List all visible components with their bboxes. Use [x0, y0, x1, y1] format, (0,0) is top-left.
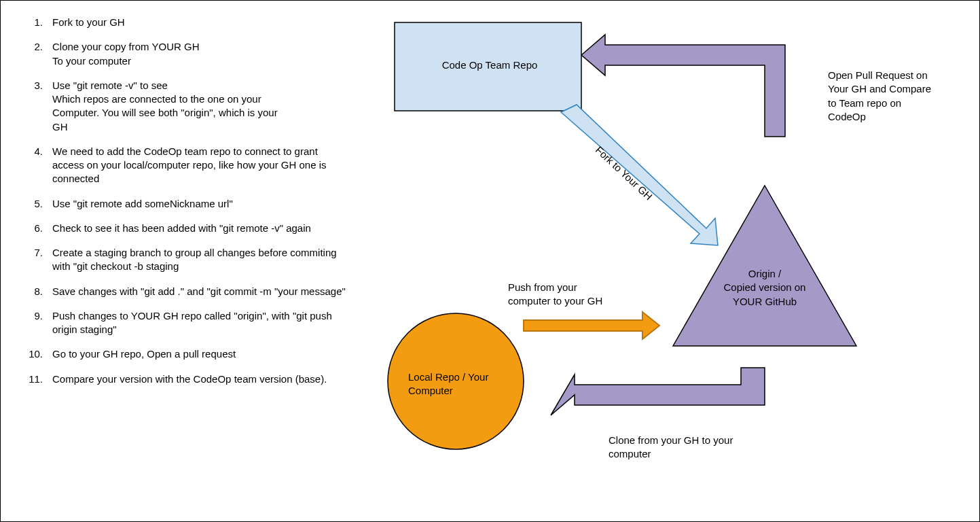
step-10: 10. Go to your GH repo, Open a pull requ…: [25, 347, 351, 361]
local-repo-label: Local Repo / Your Computer: [408, 370, 507, 398]
team-repo-label: Code Op Team Repo: [418, 58, 561, 72]
step-text: Go to your GH repo, Open a pull request: [52, 347, 351, 361]
step-number: 11.: [25, 372, 52, 386]
step-text: Create a staging branch to group all cha…: [52, 246, 351, 274]
step-number: 4.: [25, 145, 52, 186]
step-number: 9.: [25, 309, 52, 337]
step-number: 2.: [25, 40, 52, 68]
step-text: Use "git remote -v" to seeWhich repos ar…: [52, 79, 351, 134]
step-text: Save changes with "git add ." and "git c…: [52, 285, 351, 298]
step-9: 9. Push changes to YOUR GH repo called "…: [25, 309, 351, 337]
step-8: 8. Save changes with "git add ." and "gi…: [25, 285, 351, 298]
push-arrow: [524, 312, 659, 339]
step-text: Clone your copy from YOUR GHTo your comp…: [52, 40, 351, 68]
git-workflow-diagram: Code Op Team Repo Origin / Copied versio…: [378, 1, 975, 517]
step-number: 6.: [25, 222, 52, 235]
step-number: 5.: [25, 197, 52, 211]
fork-arrow: [561, 105, 718, 245]
step-number: 10.: [25, 347, 52, 361]
step-1: 1. Fork to your GH: [25, 16, 351, 29]
step-text: Use "git remote add someNickname url": [52, 197, 351, 211]
step-2: 2. Clone your copy from YOUR GHTo your c…: [25, 40, 351, 68]
origin-label: Origin / Copied version on YOUR GitHub: [710, 267, 819, 309]
pr-label: Open Pull Request on Your GH and Compare…: [828, 69, 931, 124]
step-7: 7. Create a staging branch to group all …: [25, 246, 351, 274]
step-3: 3. Use "git remote -v" to seeWhich repos…: [25, 79, 351, 134]
step-number: 8.: [25, 285, 52, 298]
step-number: 1.: [25, 16, 52, 29]
step-text: We need to add the CodeOp team repo to c…: [52, 145, 351, 186]
step-text: Check to see it has been added with "git…: [52, 222, 351, 235]
push-label: Push from your computer to your GH: [508, 281, 602, 309]
step-6: 6. Check to see it has been added with "…: [25, 222, 351, 235]
step-number: 3.: [25, 79, 52, 134]
step-text: Compare your version with the CodeOp tea…: [52, 372, 351, 386]
origin-triangle: [673, 186, 856, 346]
pull-request-arrow: [581, 35, 785, 137]
steps-list: 1. Fork to your GH 2. Clone your copy fr…: [25, 16, 351, 397]
step-text: Fork to your GH: [52, 16, 351, 29]
step-text: Push changes to YOUR GH repo called "ori…: [52, 309, 351, 337]
step-5: 5. Use "git remote add someNickname url": [25, 197, 351, 211]
step-11: 11. Compare your version with the CodeOp…: [25, 372, 351, 386]
step-4: 4. We need to add the CodeOp team repo t…: [25, 145, 351, 186]
clone-label: Clone from your GH to your computer: [609, 434, 733, 462]
clone-arrow: [551, 368, 765, 415]
step-number: 7.: [25, 246, 52, 274]
